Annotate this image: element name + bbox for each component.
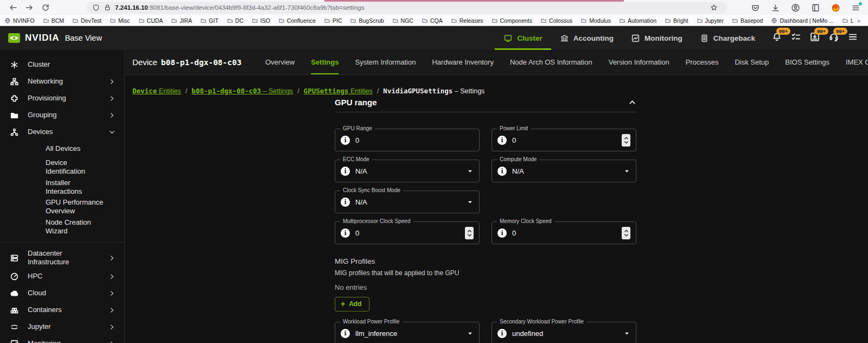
bookmark-item[interactable]: Releases — [451, 17, 483, 24]
sidebar-item[interactable]: Node Creation Wizard — [0, 217, 124, 237]
header-nav-item[interactable]: Accounting — [551, 26, 622, 50]
info-icon[interactable]: i — [497, 136, 507, 145]
bookmark-item[interactable]: NVINFO — [4, 17, 35, 24]
clock-sync-boost-mode-select[interactable]: Clock Sync Boost Mode i N/A — [335, 190, 480, 213]
bookmark-item[interactable]: DC — [227, 17, 244, 24]
bookmark-item[interactable]: ISO — [252, 17, 270, 24]
breadcrumb-link[interactable]: Device Entities — [132, 87, 181, 95]
compute-mode-select[interactable]: Compute Mode i N/A — [492, 160, 636, 182]
sidebar-item[interactable]: Grouping — [0, 107, 124, 124]
tab[interactable]: Overview — [265, 50, 295, 74]
bookmark-star-icon[interactable] — [710, 4, 718, 11]
sidebar-item[interactable]: Monitoring — [0, 335, 124, 343]
breadcrumb-item[interactable]: / GPUSettings Entities — [297, 87, 373, 95]
account-icon[interactable] — [791, 3, 800, 12]
sidebar-item[interactable]: Device Identification — [0, 157, 124, 177]
browser-menu-icon[interactable] — [851, 3, 860, 12]
tab[interactable]: Settings — [311, 50, 339, 74]
info-icon[interactable]: i — [341, 228, 350, 238]
url-bar[interactable]: 7.241.16.10:8081/base-view/device/0434b9… — [87, 2, 727, 14]
bookmark-item[interactable]: Bright — [665, 17, 688, 24]
bookmark-item[interactable]: PIC — [324, 17, 342, 24]
info-icon[interactable]: i — [341, 329, 350, 338]
downloads-icon[interactable] — [771, 3, 780, 12]
header-nav-item[interactable]: Monitoring — [622, 26, 691, 50]
tab[interactable]: System Information — [355, 50, 416, 74]
header-action[interactable]: 99+ — [828, 33, 839, 43]
bookmark-item[interactable]: Dashboard | NeMo ... — [771, 17, 834, 24]
number-spinner[interactable] — [465, 227, 474, 239]
sidebar-item[interactable]: Cluster — [0, 56, 124, 73]
ecc-mode-select[interactable]: ECC Mode i N/A — [335, 160, 480, 182]
sidebar-item[interactable]: Jupyter — [0, 319, 124, 335]
info-icon[interactable]: i — [341, 167, 350, 176]
shield-icon[interactable] — [92, 4, 100, 11]
breadcrumb-item[interactable]: / NvidiaGPUSettings – Settings — [377, 87, 485, 95]
bookmark-item[interactable]: CQA — [422, 17, 443, 24]
bookmark-item[interactable]: Colossus — [540, 17, 572, 24]
power-limit-field[interactable]: Power Limit i 0 — [492, 129, 636, 151]
bookmark-item[interactable]: DevTest — [72, 17, 101, 24]
bookmarks-overflow-icon[interactable]: » — [854, 17, 864, 24]
sidebar-item[interactable]: Devices — [0, 124, 124, 141]
info-icon[interactable]: i — [341, 136, 350, 145]
workload-power-profile-select[interactable]: Workload Power Profile i llm_inference — [335, 322, 480, 343]
bookmark-item[interactable]: Modulus — [580, 17, 611, 24]
extension-icon[interactable] — [831, 3, 840, 12]
info-icon[interactable]: i — [497, 228, 507, 238]
header-action[interactable]: 99+ — [771, 33, 782, 43]
tab[interactable]: Node Arch OS Information — [510, 50, 592, 74]
library-icon[interactable] — [811, 3, 820, 12]
bookmark-item[interactable]: Basepod — [732, 17, 763, 24]
breadcrumb-link[interactable]: b08-p1-dgx-08-c03 – Settings — [192, 87, 293, 95]
sidebar-item[interactable]: GPU Performance Overview — [0, 197, 124, 217]
breadcrumb-item[interactable]: / b08-p1-dgx-08-c03 – Settings — [186, 87, 293, 95]
header-action[interactable] — [847, 33, 858, 43]
lock-icon[interactable] — [104, 4, 111, 11]
multiprocessor-clock-speed-field[interactable]: Multiprocessor Clock Speed i 0 — [335, 221, 480, 244]
number-spinner[interactable] — [622, 134, 630, 147]
pocket-icon[interactable] — [751, 3, 760, 12]
breadcrumb-link[interactable]: GPUSettings Entities — [304, 87, 373, 95]
tab[interactable]: IMEX Configuration — [846, 50, 868, 74]
tab[interactable]: Hardware Inventory — [432, 50, 493, 74]
bookmark-item[interactable]: GIT — [200, 17, 219, 24]
collapse-section-icon[interactable] — [628, 98, 636, 106]
memory-clock-speed-field[interactable]: Memory Clock Speed i 0 — [492, 221, 636, 244]
sidebar-item[interactable]: Containers — [0, 302, 124, 319]
bookmark-item[interactable]: Automation — [619, 17, 656, 24]
bookmark-item[interactable]: CUDA — [138, 17, 163, 24]
gpu-range-field[interactable]: GPU Range i 0 — [335, 129, 480, 151]
header-nav-item[interactable]: Cluster — [495, 26, 551, 50]
secondary-workload-power-profile-select[interactable]: Secondary Workload Power Profile i undef… — [492, 322, 636, 343]
info-icon[interactable]: i — [341, 198, 350, 207]
bookmark-item[interactable]: Jupyter — [697, 17, 724, 24]
bookmark-item[interactable]: Components — [492, 17, 533, 24]
bookmark-item[interactable]: Lab — [842, 17, 854, 24]
info-icon[interactable]: i — [497, 167, 507, 176]
header-action[interactable] — [790, 33, 801, 43]
header-nav-item[interactable]: Chargeback — [691, 26, 764, 50]
header-action[interactable]: 99+ — [809, 33, 820, 43]
reload-icon[interactable] — [41, 3, 50, 12]
sidebar-item[interactable]: HPC — [0, 268, 124, 285]
bookmark-item[interactable]: Confluence — [278, 17, 316, 24]
add-mig-profile-button[interactable]: + Add — [335, 297, 369, 312]
sidebar-item[interactable]: All Devices — [0, 141, 124, 157]
bookmark-item[interactable]: Misc — [110, 17, 130, 24]
sidebar-item[interactable]: Datacenter Infrastructure — [0, 242, 124, 268]
number-spinner[interactable] — [622, 227, 630, 239]
bookmark-item[interactable]: NGC — [392, 17, 413, 24]
bookmark-item[interactable]: JIRA — [171, 17, 192, 24]
forward-icon[interactable] — [25, 3, 34, 12]
sidebar-item[interactable]: Installer Interactions — [0, 177, 124, 198]
tab[interactable]: Version Information — [609, 50, 669, 74]
bookmark-item[interactable]: BugScrub — [350, 17, 384, 24]
sidebar-item[interactable]: Cloud — [0, 285, 124, 302]
back-icon[interactable] — [9, 3, 17, 12]
info-icon[interactable]: i — [497, 329, 507, 338]
sidebar-item[interactable]: Networking — [0, 73, 124, 90]
tab[interactable]: BIOS Settings — [785, 50, 829, 74]
bookmark-item[interactable]: BCM — [43, 17, 64, 24]
sidebar-item[interactable]: Provisioning — [0, 90, 124, 107]
